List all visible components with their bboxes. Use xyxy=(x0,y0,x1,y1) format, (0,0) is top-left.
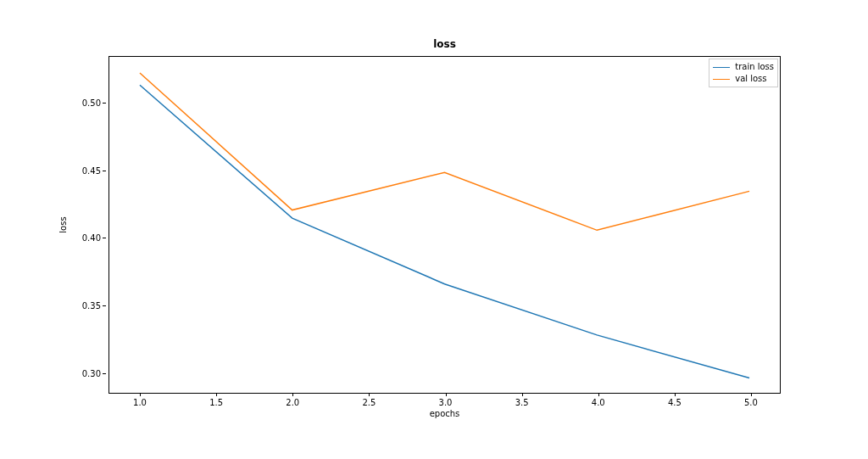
x-tick-label: 1.0 xyxy=(133,393,147,407)
x-tick-label: 3.0 xyxy=(439,393,453,407)
x-tick-label: 2.5 xyxy=(362,393,376,407)
legend-label-val: val loss xyxy=(735,73,766,85)
line-chart: loss loss epochs train loss val loss 0.3… xyxy=(108,56,781,394)
legend-item-val: val loss xyxy=(713,73,774,85)
x-tick-label: 1.5 xyxy=(209,393,223,407)
x-tick-label: 2.0 xyxy=(286,393,299,407)
y-tick-label: 0.45 xyxy=(82,165,109,175)
plot-area xyxy=(109,57,780,393)
legend-swatch-val xyxy=(713,79,730,80)
y-tick-label: 0.40 xyxy=(82,233,109,243)
x-tick-label: 5.0 xyxy=(744,393,758,407)
x-tick-label: 4.0 xyxy=(592,393,605,407)
legend: train loss val loss xyxy=(709,59,778,87)
x-tick-label: 3.5 xyxy=(515,393,529,407)
chart-lines xyxy=(109,57,780,393)
chart-title: loss xyxy=(433,38,456,50)
legend-swatch-train xyxy=(713,67,730,68)
series-line xyxy=(140,73,749,230)
y-tick-label: 0.30 xyxy=(82,368,109,378)
x-axis-label: epochs xyxy=(430,409,460,418)
legend-item-train: train loss xyxy=(713,61,774,73)
series-line xyxy=(140,85,749,378)
y-tick-label: 0.35 xyxy=(82,300,109,310)
y-tick-label: 0.50 xyxy=(82,98,109,108)
legend-label-train: train loss xyxy=(735,61,774,73)
x-tick-label: 4.5 xyxy=(668,393,682,407)
y-axis-label: loss xyxy=(58,216,68,232)
